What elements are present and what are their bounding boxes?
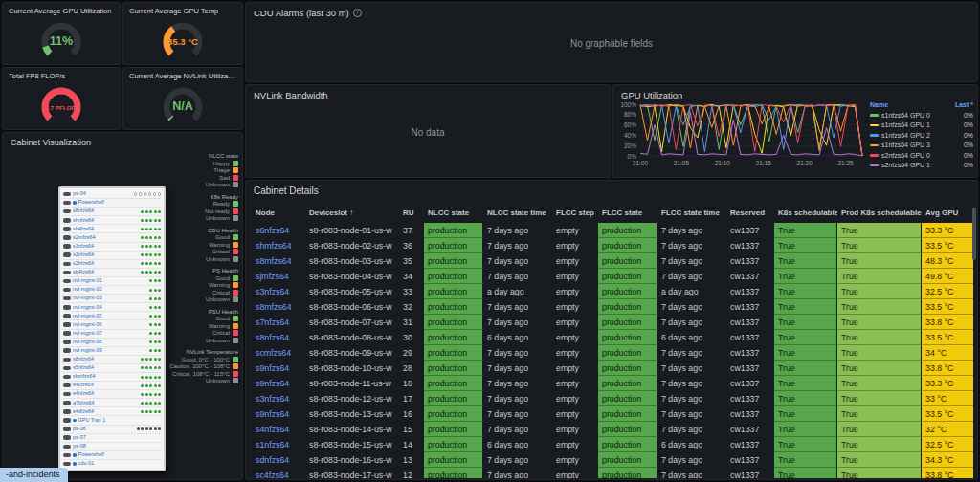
cell-node[interactable]: s8nfzs64 xyxy=(252,330,305,345)
cell-node[interactable]: s7nfzs64 xyxy=(252,315,305,330)
rack-row-s2hfzs64[interactable]: s2hfzs64 xyxy=(62,260,162,269)
rack-row-nvl-mgmt-08[interactable]: nvl-mgmt-08 xyxy=(62,339,162,347)
cell-node[interactable]: s8mfzs64 xyxy=(252,253,305,269)
power-indicator xyxy=(63,340,71,344)
rack-row-a7bfzs64[interactable]: a7bfzs64 xyxy=(62,399,162,407)
cell-node[interactable]: s9nfzs64 xyxy=(252,406,305,422)
cell-node[interactable]: s1nfzs64 xyxy=(252,437,305,452)
column-header-reserved[interactable]: Reserved xyxy=(726,204,774,223)
table-row: s8nfzs64s8-r083-node-08-us-w30production… xyxy=(252,330,973,345)
cell-node[interactable]: scmfzs64 xyxy=(252,345,305,361)
rack-row-ps-08[interactable]: ps-08 xyxy=(62,443,162,451)
status-dot xyxy=(141,410,144,413)
rack-row-s4cfzs64[interactable]: s4cfzs64 xyxy=(62,382,162,390)
rack-row-gpu-tray-1[interactable]: GPU Tray 1 xyxy=(62,416,162,425)
column-header-ru[interactable]: RU xyxy=(399,204,424,223)
cell-node[interactable]: shmfzs64 xyxy=(252,238,305,253)
cell-node[interactable]: s9nfzs64 xyxy=(252,376,305,391)
cell-ru: 30 xyxy=(399,330,424,345)
status-dot xyxy=(145,402,148,405)
rack-row-nvl-mgmt-09[interactable]: nvl-mgmt-09 xyxy=(62,347,162,356)
status-dot xyxy=(145,376,148,379)
panel-title[interactable]: Current Average GPU Utilization xyxy=(3,3,120,15)
rack-row-powershelf[interactable]: Powershelf xyxy=(62,451,162,460)
panel-title[interactable]: GPU Utilization xyxy=(613,85,977,100)
column-header-flcc-step[interactable]: FLCC step xyxy=(552,204,598,223)
cell-nlcc-state-time: 7 days ago xyxy=(483,452,552,468)
legend-item-label: Ready xyxy=(213,201,230,207)
rack-row-s3nfzs64[interactable]: s3nfzs64 xyxy=(62,243,162,252)
cell-flcc-state: production xyxy=(598,330,657,345)
rack-row-s4nfzs64[interactable]: s4nfzs64 xyxy=(62,390,162,399)
legend-last-header[interactable]: Last * xyxy=(955,99,973,110)
rack-row-shnfzs64[interactable]: shnfzs64 xyxy=(62,216,162,225)
chart-legend-item[interactable]: s2nfzs64 GPU 00% xyxy=(870,150,973,161)
column-header-prod-k8s-schedulable[interactable]: Prod K8s schedulable xyxy=(837,204,922,223)
status-dot xyxy=(154,297,157,300)
rack-row-sh4fzs64[interactable]: sh4fzs64 xyxy=(62,225,162,233)
rack-row-powershelf[interactable]: Powershelf xyxy=(62,199,162,208)
cell-node[interactable]: s9nfzs64 xyxy=(252,361,305,376)
cell-avg-gpu: 33.5 °C xyxy=(922,406,973,422)
cell-k8s-schedulable: True xyxy=(774,253,837,269)
status-dots xyxy=(141,236,161,239)
power-indicator xyxy=(63,192,71,197)
column-header-nlcc-state-time[interactable]: NLCC state time xyxy=(483,204,552,223)
column-header-deviceslot[interactable]: Deviceslot ↑ xyxy=(305,204,399,223)
cell-flcc-step: empty xyxy=(552,468,598,478)
cell-node[interactable]: s8mfzs64 xyxy=(252,299,305,315)
cell-node[interactable]: sc4fzs64 xyxy=(252,468,305,478)
rack-row-nvl-mgmt-06[interactable]: nvl-mgmt-06 xyxy=(62,320,162,329)
cell-flcc-state-time: 7 days ago xyxy=(657,253,726,269)
rack-row-nvl-mgmt-04[interactable]: nvl-mgmt-04 xyxy=(62,303,162,312)
column-header-avg-gpu[interactable]: Avg GPU xyxy=(922,204,973,223)
rack-row-nvl-mgmt-03[interactable]: nvl-mgmt-03 xyxy=(62,295,162,303)
cell-node[interactable]: s6nfzs64 xyxy=(252,223,305,238)
chart-legend-item[interactable]: s1nfzs64 GPU 20% xyxy=(870,130,973,141)
rack-row-nvl-mgmt-01[interactable]: nvl-mgmt-01 xyxy=(62,277,162,286)
panel-title[interactable]: Current Average NVLink Utilization xyxy=(123,68,242,80)
panel-title[interactable]: CDU Alarms (last 30 m) i xyxy=(246,3,977,18)
rack-row-sb4fzs64[interactable]: sb4fzs64 xyxy=(62,269,162,277)
rack-row-nvl-mgmt-02[interactable]: nvl-mgmt-02 xyxy=(62,286,162,295)
cell-nlcc-state-time: 7 days ago xyxy=(483,468,552,478)
rack-row-ps-04[interactable]: ps-04 xyxy=(62,190,162,199)
cell-prod-k8s-schedulable: True xyxy=(837,269,922,284)
column-header-node[interactable]: Node xyxy=(252,204,305,223)
cell-deviceslot: s8-r083-node-08-us-w xyxy=(305,330,399,345)
rack-row-nvl-mgmt-05[interactable]: nvl-mgmt-05 xyxy=(62,312,162,320)
rack-row-s5nfzs64[interactable]: s5nfzs64 xyxy=(62,364,162,373)
rack-row-nvl-mgmt-07[interactable]: nvl-mgmt-07 xyxy=(62,330,162,339)
rack-row-sbmfzs64[interactable]: sbmfzs64 xyxy=(62,373,162,382)
cell-node[interactable]: s3nfzs64 xyxy=(252,391,305,406)
rack-row-s4dfzs64[interactable]: s4dfzs64 xyxy=(62,407,162,416)
rack-row-s2nfzs64[interactable]: s2nfzs64 xyxy=(62,252,162,260)
cell-node[interactable]: sjmfzs64 xyxy=(252,269,305,284)
column-header-flcc-state[interactable]: FLCC state xyxy=(598,204,657,223)
cell-node[interactable]: s4nfzs64 xyxy=(252,422,305,437)
chart-legend-item[interactable]: s1nfzs64 GPU 30% xyxy=(870,141,973,151)
rack-row-s8nfzs64[interactable]: s8nfzs64 xyxy=(62,356,162,364)
chart-legend-item[interactable]: s1nfzs64 GPU 00% xyxy=(870,110,973,120)
cell-node[interactable]: sdnfzs64 xyxy=(252,452,305,468)
column-header-nlcc-state[interactable]: NLCC state xyxy=(424,204,483,223)
rack-row-s2mfzs64[interactable]: s2mfzs64 xyxy=(62,233,162,242)
chart-legend-item[interactable]: s1nfzs64 GPU 10% xyxy=(870,120,973,131)
column-header-k8s-schedulable[interactable]: K8s schedulable xyxy=(774,204,837,223)
table-row: s8mfzs64s8-r083-node-06-us-w32production… xyxy=(252,299,973,315)
rack-row-cdu-01[interactable]: cdu-01 xyxy=(62,460,162,468)
column-header-flcc-state-time[interactable]: FLCC state time xyxy=(657,204,726,223)
rack-row-s8nfzs64[interactable]: s8nfzs64 xyxy=(62,208,162,216)
info-icon[interactable]: i xyxy=(353,9,362,17)
chart-legend-item[interactable]: s2nfzs64 GPU 10% xyxy=(870,161,973,171)
panel-title[interactable]: Cabinet Visualization xyxy=(3,133,242,147)
rack-row-ps-06[interactable]: ps-06 xyxy=(62,426,162,434)
panel-title[interactable]: Current Average GPU Temp xyxy=(123,3,242,15)
panel-title[interactable]: NVLink Bandwidth xyxy=(246,85,610,100)
legend-name-header[interactable]: Name xyxy=(870,99,888,110)
panel-title[interactable]: Cabinet Details xyxy=(246,181,977,196)
rack-row-ps-07[interactable]: ps-07 xyxy=(62,434,162,443)
table-scrollbar[interactable] xyxy=(972,208,976,260)
cell-node[interactable]: s3nfzs64 xyxy=(252,284,305,299)
panel-title[interactable]: Total FP8 FLOP/s xyxy=(3,68,120,80)
